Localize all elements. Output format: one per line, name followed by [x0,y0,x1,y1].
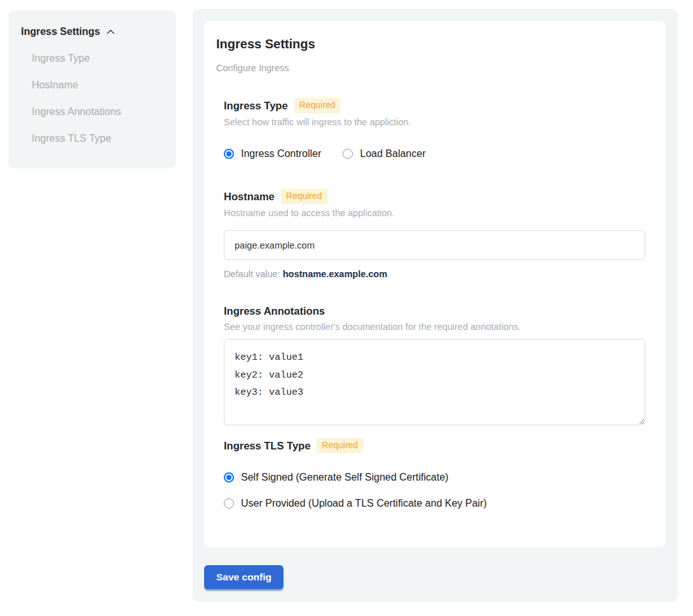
ingress-annotations-heading: Ingress Annotations [224,305,645,318]
radio-icon [224,498,234,509]
sidebar-item-ingress-tls-type[interactable]: Ingress TLS Type [21,125,163,152]
ingress-settings-card: Ingress Settings Configure Ingress Ingre… [204,21,665,547]
save-config-button[interactable]: Save config [204,565,284,589]
hostname-field: Hostname Required Hostname used to acces… [224,189,645,280]
default-value-hint: Default value: hostname.example.com [224,268,645,280]
sidebar-section-title: Ingress Settings [21,25,100,38]
chevron-up-icon [106,27,116,37]
hostname-input[interactable] [224,230,645,260]
card-title: Ingress Settings [216,36,645,51]
ingress-annotations-description: See your ingress controller's documentat… [224,321,645,333]
content-panel: Ingress Settings Configure Ingress Ingre… [193,9,678,602]
required-badge: Required [317,438,363,453]
field-label: Ingress Type [224,99,288,113]
field-label: Ingress Annotations [224,305,325,318]
ingress-type-description: Select how traffic will ingress to the a… [224,116,645,128]
field-label: Ingress TLS Type [224,439,310,453]
card-subtitle: Configure Ingress [216,62,645,74]
radio-option-load-balancer[interactable]: Load Balancer [343,146,425,161]
required-badge: Required [281,189,327,204]
hostname-heading: Hostname Required [224,189,645,204]
default-value: hostname.example.com [283,269,387,279]
sidebar-section-header[interactable]: Ingress Settings [21,25,163,38]
sidebar-item-hostname[interactable]: Hostname [21,72,163,99]
radio-label: Ingress Controller [241,146,321,161]
radio-option-user-provided[interactable]: User Provided (Upload a TLS Certificate … [224,496,645,510]
ingress-tls-radio-group: Self Signed (Generate Self Signed Certif… [224,470,645,510]
radio-icon [224,472,234,483]
ingress-tls-type-heading: Ingress TLS Type Required [224,438,645,453]
ingress-tls-type-field: Ingress TLS Type Required Self Signed (G… [224,438,645,510]
default-value-label: Default value: [224,269,283,279]
radio-option-ingress-controller[interactable]: Ingress Controller [224,146,321,161]
field-label: Hostname [224,190,275,203]
radio-option-self-signed[interactable]: Self Signed (Generate Self Signed Certif… [224,470,645,484]
sidebar-nav-list: Ingress Type Hostname Ingress Annotation… [21,45,163,152]
ingress-type-heading: Ingress Type Required [224,98,645,113]
ingress-annotations-field: Ingress Annotations See your ingress con… [224,305,645,425]
radio-label: Load Balancer [360,146,425,161]
radio-icon [343,149,353,159]
ingress-type-field: Ingress Type Required Select how traffic… [224,98,645,161]
ingress-settings-sidebar: Ingress Settings Ingress Type Hostname I… [8,10,176,168]
ingress-annotations-textarea[interactable]: key1: value1 key2: value2 key3: value3 [224,339,645,425]
radio-icon [224,149,234,159]
radio-label: Self Signed (Generate Self Signed Certif… [241,470,448,484]
sidebar-item-ingress-type[interactable]: Ingress Type [21,45,163,72]
required-badge: Required [294,98,341,113]
hostname-description: Hostname used to access the application. [224,207,645,219]
ingress-type-radio-group: Ingress Controller Load Balancer [224,146,645,161]
radio-label: User Provided (Upload a TLS Certificate … [241,496,487,510]
sidebar-item-ingress-annotations[interactable]: Ingress Annotations [21,99,163,125]
